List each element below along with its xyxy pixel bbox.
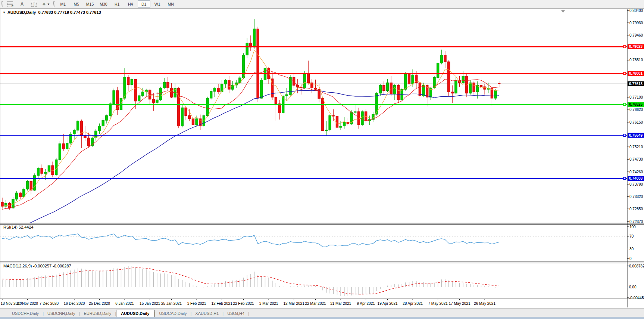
svg-text:17 May 2021: 17 May 2021 bbox=[449, 301, 471, 306]
timeframe-button-M5[interactable]: M5 bbox=[70, 0, 83, 8]
svg-text:12 Mar 2021: 12 Mar 2021 bbox=[284, 301, 305, 306]
svg-text:0.75649: 0.75649 bbox=[629, 133, 643, 137]
svg-text:100: 100 bbox=[629, 225, 636, 229]
svg-text:0.72850: 0.72850 bbox=[629, 207, 643, 211]
svg-text:0.76825: 0.76825 bbox=[629, 102, 643, 106]
symbol-period-label: AUDUSD,Daily bbox=[7, 10, 36, 15]
svg-text:0.79460: 0.79460 bbox=[629, 33, 643, 37]
chart-tab-usdcad[interactable]: USDCAD,Daily bbox=[156, 310, 191, 317]
chart-tab-xauusd[interactable]: XAUUSD,H1 bbox=[191, 310, 222, 317]
svg-text:0.73790: 0.73790 bbox=[629, 182, 643, 186]
svg-text:0.80400: 0.80400 bbox=[629, 9, 643, 13]
chevron-down-icon: ▼ bbox=[47, 3, 50, 6]
svg-text:0.74008: 0.74008 bbox=[629, 176, 643, 180]
toolbar: F A T ❖ ▼ M1M5M15M30H1H4D1W1MN bbox=[0, 0, 644, 9]
svg-text:0.77100: 0.77100 bbox=[629, 95, 643, 99]
timeframe-button-W1[interactable]: W1 bbox=[151, 0, 164, 8]
svg-text:27 Nov 2020: 27 Nov 2020 bbox=[17, 301, 38, 306]
macd-indicator-label: MACD(12,26,9) -0.000257 -0.000287 bbox=[3, 264, 71, 268]
svg-text:28 Apr 2021: 28 Apr 2021 bbox=[403, 301, 423, 306]
svg-text:-0.004451: -0.004451 bbox=[629, 296, 644, 300]
arrow-tools-button[interactable]: ❖ ▼ bbox=[40, 0, 52, 8]
svg-text:3 Feb 2021: 3 Feb 2021 bbox=[187, 301, 206, 306]
timeframe-button-M30[interactable]: M30 bbox=[97, 0, 110, 8]
svg-text:25 Dec 2020: 25 Dec 2020 bbox=[89, 301, 110, 306]
bottom-strip bbox=[0, 317, 644, 319]
chart-tab-bar: USDCHF,Daily|USDCNH,Daily|EURUSD,Daily|A… bbox=[0, 308, 644, 317]
svg-text:70: 70 bbox=[629, 234, 634, 238]
svg-text:0.72370: 0.72370 bbox=[629, 220, 643, 224]
svg-text:22 Mar 2021: 22 Mar 2021 bbox=[305, 301, 326, 306]
chart-menu-arrow-icon[interactable]: ▼ bbox=[3, 11, 6, 14]
letter-a-icon: A bbox=[21, 1, 24, 7]
svg-text:12 Feb 2021: 12 Feb 2021 bbox=[212, 301, 233, 306]
svg-text:0.00: 0.00 bbox=[629, 285, 637, 289]
chart-background bbox=[0, 8, 644, 309]
svg-text:0.74730: 0.74730 bbox=[629, 157, 643, 161]
svg-text:9 Apr 2021: 9 Apr 2021 bbox=[357, 301, 375, 306]
rsi-indicator-label: RSI(14) 52.4424 bbox=[3, 225, 34, 229]
chart-tab-usdchf[interactable]: USDCHF,Daily bbox=[8, 310, 43, 317]
svg-text:0.008782: 0.008782 bbox=[629, 264, 644, 268]
svg-text:7 Dec 2020: 7 Dec 2020 bbox=[40, 301, 59, 306]
svg-text:0.78510: 0.78510 bbox=[629, 58, 643, 62]
tab-separator: | bbox=[248, 311, 249, 317]
chart-tab-eurusd[interactable]: EURUSD,Daily bbox=[80, 310, 115, 317]
svg-text:15 Jan 2021: 15 Jan 2021 bbox=[140, 301, 160, 306]
toolbar-grip-2[interactable] bbox=[53, 1, 55, 7]
svg-text:30: 30 bbox=[629, 247, 634, 251]
ohlc-values: 0.77633 0.77719 0.77473 0.77613 bbox=[38, 10, 101, 15]
svg-text:0.78001: 0.78001 bbox=[629, 71, 643, 75]
svg-text:16 Dec 2020: 16 Dec 2020 bbox=[64, 301, 85, 306]
timeframe-button-M1[interactable]: M1 bbox=[57, 0, 69, 8]
grid-f-icon: F bbox=[7, 1, 13, 7]
svg-text:3 Mar 2021: 3 Mar 2021 bbox=[259, 301, 278, 306]
timeframe-button-H4[interactable]: H4 bbox=[124, 0, 137, 8]
arrows-icon: ❖ bbox=[42, 2, 46, 7]
toolbar-grip[interactable] bbox=[1, 1, 3, 7]
svg-text:0.77613: 0.77613 bbox=[629, 82, 643, 86]
timeframe-button-M15[interactable]: M15 bbox=[84, 0, 96, 8]
timeframe-button-MN[interactable]: MN bbox=[165, 0, 177, 8]
chart-tab-audusd[interactable]: AUDUSD,Daily bbox=[116, 310, 154, 318]
svg-text:6 Jan 2021: 6 Jan 2021 bbox=[115, 301, 134, 306]
svg-text:25 Jan 2021: 25 Jan 2021 bbox=[161, 301, 182, 306]
chart-tab-usoil[interactable]: USOil,H4 bbox=[223, 310, 248, 317]
svg-text:26 May 2021: 26 May 2021 bbox=[474, 301, 495, 306]
svg-text:7 May 2021: 7 May 2021 bbox=[428, 301, 448, 306]
svg-text:31 Mar 2021: 31 Mar 2021 bbox=[330, 301, 351, 306]
mt4-chart-window: F A T ❖ ▼ M1M5M15M30H1H4D1W1MN 0.804000.… bbox=[0, 0, 644, 319]
chart-canvas[interactable]: 0.804000.799300.794600.785100.771000.766… bbox=[0, 0, 644, 309]
svg-text:0.79023: 0.79023 bbox=[629, 44, 643, 49]
text-box-button[interactable]: T bbox=[28, 0, 40, 8]
svg-text:0.79930: 0.79930 bbox=[629, 21, 643, 25]
indicators-grid-f-icon[interactable]: F bbox=[4, 0, 16, 8]
timeframe-button-D1[interactable]: D1 bbox=[138, 0, 150, 8]
svg-text:0.76620: 0.76620 bbox=[629, 108, 643, 112]
chart-tab-usdcnh[interactable]: USDCNH,Daily bbox=[44, 310, 79, 317]
svg-text:22 Feb 2021: 22 Feb 2021 bbox=[233, 301, 254, 306]
letter-t-icon: T bbox=[31, 2, 37, 7]
svg-text:0.76150: 0.76150 bbox=[629, 120, 643, 124]
timeframe-button-H1[interactable]: H1 bbox=[111, 0, 124, 8]
text-label-button[interactable]: A bbox=[16, 0, 28, 8]
timeframe-toolbar: M1M5M15M30H1H4D1W1MN bbox=[56, 0, 178, 8]
svg-text:0.73320: 0.73320 bbox=[629, 195, 643, 199]
svg-text:0.74260: 0.74260 bbox=[629, 170, 643, 174]
svg-text:0.75210: 0.75210 bbox=[629, 145, 643, 149]
svg-text:0: 0 bbox=[629, 257, 632, 261]
chart-title: ▼AUDUSD,Daily 0.77633 0.77719 0.77473 0.… bbox=[3, 10, 101, 15]
svg-text:19 Apr 2021: 19 Apr 2021 bbox=[378, 301, 398, 306]
